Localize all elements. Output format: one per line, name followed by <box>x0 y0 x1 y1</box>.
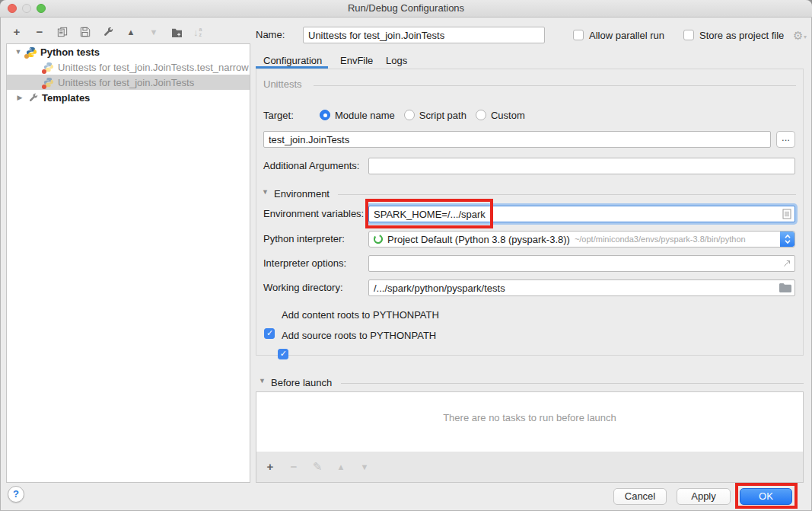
environment-divider <box>338 194 796 195</box>
environment-variables-input[interactable] <box>374 207 782 221</box>
before-launch-toolbar: + − ✎ ▲ ▼ <box>256 452 804 483</box>
unittests-group-label: Unittests <box>263 78 302 90</box>
chevron-right-icon[interactable]: ▶ <box>16 94 24 101</box>
add-configuration-icon[interactable]: + <box>11 26 23 38</box>
configurations-toolbar: + − ▲ ▼ ↓az <box>11 24 202 40</box>
tree-item-label: Python tests <box>40 46 100 58</box>
working-directory-input[interactable] <box>374 281 779 295</box>
chevron-down-icon[interactable]: ▼ <box>14 48 22 56</box>
zoom-window-button[interactable] <box>37 4 46 13</box>
gear-caret-icon: ▾ <box>804 34 807 40</box>
group-divider <box>314 85 796 86</box>
environment-collapse-icon[interactable]: ▼ <box>262 188 269 196</box>
working-directory-field[interactable] <box>368 279 795 296</box>
templates-wrench-icon <box>27 91 39 104</box>
target-module-name-radio[interactable] <box>320 110 330 120</box>
additional-arguments-label: Additional Arguments: <box>263 158 359 174</box>
save-configuration-icon[interactable] <box>79 26 91 38</box>
interpreter-options-input[interactable] <box>374 257 782 270</box>
tab-envfile[interactable]: EnvFile <box>340 53 373 69</box>
interpreter-options-field[interactable] <box>368 255 795 272</box>
move-task-down-icon: ▼ <box>358 461 371 473</box>
tree-item-unittests-test-narrow[interactable]: Unittests for test_join.JoinTests.test_n… <box>7 59 250 75</box>
move-task-up-icon: ▲ <box>335 461 347 473</box>
interpreter-value: Project Default (Python 3.8 (pyspark-3.8… <box>387 234 570 245</box>
python-tests-icon <box>25 46 37 58</box>
interpreter-options-label: Interpreter options: <box>263 255 346 272</box>
move-down-icon: ▼ <box>148 26 160 38</box>
python-interpreter-combobox[interactable]: Project Default (Python 3.8 (pyspark-3.8… <box>368 231 795 248</box>
minimize-window-button <box>22 4 31 13</box>
tree-item-label: Unittests for test_join.JoinTests.test_n… <box>58 62 249 73</box>
cancel-button[interactable]: Cancel <box>613 488 667 505</box>
test-badge-icon <box>42 85 46 89</box>
target-script-path-label[interactable]: Script path <box>419 110 467 121</box>
before-launch-empty-text: There are no tasks to run before launch <box>256 412 804 423</box>
before-launch-header: Before launch <box>271 375 332 391</box>
tree-item-label: Templates <box>42 92 90 104</box>
store-as-project-file-checkbox[interactable] <box>683 30 694 40</box>
configurations-tree: ▼ Python tests Unittests for test_join.J… <box>6 43 250 483</box>
remove-configuration-icon[interactable]: − <box>33 26 46 38</box>
new-folder-icon[interactable] <box>170 26 183 38</box>
additional-arguments-input[interactable] <box>368 158 795 174</box>
target-row: Target: Module name Script path Custom <box>263 107 525 123</box>
help-button[interactable]: ? <box>8 486 24 503</box>
target-script-path-radio[interactable] <box>404 110 415 120</box>
browse-variables-icon[interactable] <box>782 209 791 219</box>
target-custom-label[interactable]: Custom <box>491 110 525 121</box>
edit-templates-wrench-icon[interactable] <box>102 26 114 38</box>
add-content-roots-checkbox[interactable] <box>264 328 275 339</box>
edit-task-icon: ✎ <box>311 461 323 473</box>
environment-header: Environment <box>274 186 330 203</box>
add-source-roots-label: Add source roots to PYTHONPATH <box>282 327 436 344</box>
python-test-config-icon <box>43 76 55 88</box>
environment-variables-field[interactable] <box>368 206 795 222</box>
combobox-spinner-icon[interactable] <box>780 232 794 247</box>
target-custom-radio[interactable] <box>476 110 486 120</box>
tab-logs[interactable]: Logs <box>386 53 407 69</box>
environment-variables-label: Environment variables: <box>263 206 364 222</box>
tree-item-python-tests[interactable]: ▼ Python tests <box>7 44 250 59</box>
name-input[interactable] <box>303 27 545 43</box>
close-window-button[interactable] <box>8 4 17 13</box>
before-launch-collapse-icon[interactable]: ▼ <box>259 377 266 385</box>
browse-target-button[interactable]: ... <box>776 131 795 148</box>
sort-configurations-icon: ↓az <box>193 27 202 38</box>
name-label: Name: <box>256 27 285 43</box>
gear-icon[interactable]: ⚙ <box>793 30 803 42</box>
expand-field-icon[interactable] <box>782 259 791 268</box>
python-interpreter-label: Python interpreter: <box>263 231 345 248</box>
tree-item-unittests-jointests[interactable]: Unittests for test_join.JoinTests <box>7 75 250 90</box>
apply-button[interactable]: Apply <box>677 488 731 505</box>
add-task-icon[interactable]: + <box>264 461 276 473</box>
test-badge-icon <box>42 69 46 74</box>
title-bar: Run/Debug Configurations <box>0 0 812 18</box>
interpreter-path-hint: ~/opt/miniconda3/envs/pyspark-3.8/bin/py… <box>575 235 746 244</box>
target-module-name-label[interactable]: Module name <box>335 110 395 121</box>
add-content-roots-label: Add content roots to PYTHONPATH <box>282 307 439 324</box>
folder-icon[interactable] <box>779 283 791 292</box>
working-directory-label: Working directory: <box>263 279 343 296</box>
before-launch-divider <box>341 383 804 384</box>
conda-env-icon <box>373 234 384 244</box>
window-title: Run/Debug Configurations <box>0 0 812 17</box>
copy-configuration-icon[interactable] <box>56 26 68 38</box>
move-up-icon[interactable]: ▲ <box>125 26 137 38</box>
target-input[interactable] <box>263 131 771 148</box>
remove-task-icon: − <box>288 461 300 473</box>
allow-parallel-run-label: Allow parallel run <box>589 27 664 44</box>
test-badge-icon <box>24 54 29 59</box>
run-debug-configurations-dialog: Run/Debug Configurations + − ▲ ▼ ↓az ▼ P… <box>0 0 812 511</box>
add-source-roots-checkbox[interactable] <box>278 349 288 359</box>
target-label: Target: <box>263 110 300 121</box>
ok-button[interactable]: OK <box>740 488 792 505</box>
store-as-project-file-label: Store as project file <box>699 27 784 44</box>
tree-item-templates[interactable]: ▶ Templates <box>7 90 250 105</box>
tree-item-label: Unittests for test_join.JoinTests <box>58 77 194 88</box>
allow-parallel-run-checkbox[interactable] <box>573 30 584 40</box>
python-test-config-icon <box>43 61 55 73</box>
